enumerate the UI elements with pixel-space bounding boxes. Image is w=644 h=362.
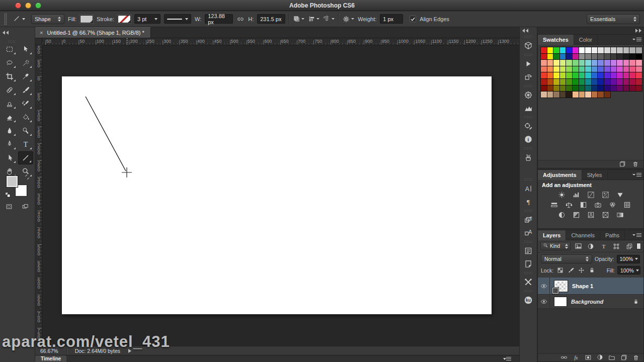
- color-swatch[interactable]: [547, 79, 553, 85]
- color-swatch[interactable]: [573, 66, 579, 72]
- new-layer-button[interactable]: [620, 354, 627, 362]
- navigator-icon[interactable]: [520, 88, 537, 102]
- panel-grip[interactable]: [524, 290, 533, 293]
- filter-adjustment-icon[interactable]: [586, 242, 596, 250]
- color-swatch[interactable]: [553, 72, 559, 78]
- character-icon[interactable]: A: [520, 182, 537, 195]
- adjustment-curves-icon[interactable]: [585, 190, 597, 199]
- color-swatch[interactable]: [553, 54, 559, 60]
- color-swatch[interactable]: [566, 54, 572, 60]
- color-swatch[interactable]: [566, 47, 572, 53]
- layers-tab-paths[interactable]: Paths: [600, 230, 625, 240]
- color-swatch[interactable]: [560, 85, 566, 92]
- panel-grip[interactable]: [524, 116, 533, 119]
- color-swatch[interactable]: [560, 66, 566, 72]
- swatches-tab-color[interactable]: Color: [574, 35, 598, 45]
- color-swatch[interactable]: [598, 60, 604, 66]
- color-swatch[interactable]: [566, 79, 572, 85]
- color-swatch[interactable]: [579, 66, 585, 72]
- layer-comps-icon[interactable]: [520, 244, 537, 257]
- color-swatch[interactable]: [636, 66, 642, 72]
- collapse-panels-button[interactable]: [537, 27, 644, 34]
- link-layers-button[interactable]: [560, 354, 568, 362]
- tool-preset-picker[interactable]: [11, 14, 28, 24]
- eyedropper-tool[interactable]: [18, 70, 33, 83]
- expand-panels-button[interactable]: [520, 27, 537, 34]
- adjustment-levels-icon[interactable]: [570, 190, 582, 199]
- lasso-tool[interactable]: [2, 56, 17, 69]
- clone-source-icon[interactable]: ¶: [520, 213, 537, 226]
- tool-mode-select[interactable]: Shape: [31, 14, 64, 24]
- vertical-ruler[interactable]: 1005005010015020025030035040045050055060…: [35, 45, 42, 346]
- workspace-select[interactable]: Essentials: [587, 14, 640, 24]
- crop-tool[interactable]: [2, 70, 17, 83]
- kuler-icon[interactable]: ku: [520, 294, 537, 307]
- tool-presets-icon[interactable]: [520, 276, 537, 289]
- color-swatch[interactable]: [623, 54, 629, 60]
- color-swatch[interactable]: [585, 79, 591, 85]
- color-swatch[interactable]: [604, 54, 610, 60]
- color-swatch[interactable]: [617, 72, 623, 78]
- layers-tab-layers[interactable]: Layers: [538, 230, 566, 240]
- color-swatch[interactable]: [611, 85, 617, 92]
- color-swatch[interactable]: [636, 79, 642, 85]
- panel-grip[interactable]: [524, 178, 533, 181]
- layer-filter-kind-select[interactable]: Kind: [540, 242, 571, 250]
- color-swatch[interactable]: [566, 66, 572, 72]
- color-swatch[interactable]: [598, 47, 604, 53]
- new-adjustment-layer-button[interactable]: [597, 354, 603, 361]
- color-swatch[interactable]: [617, 79, 623, 85]
- panel-grip[interactable]: [524, 35, 533, 38]
- paragraph-icon[interactable]: ¶: [520, 195, 537, 208]
- clone-stamp-tool[interactable]: [2, 97, 17, 110]
- color-swatch[interactable]: [623, 47, 629, 53]
- color-swatch[interactable]: [598, 92, 604, 98]
- color-swatch[interactable]: [629, 79, 635, 85]
- lock-all-icon[interactable]: [588, 266, 596, 275]
- shape-height-field[interactable]: 231.5 px: [257, 14, 285, 24]
- color-swatch[interactable]: [553, 85, 559, 92]
- panel-grip[interactable]: [524, 272, 533, 275]
- color-swatch[interactable]: [604, 79, 610, 85]
- path-selection-tool[interactable]: [2, 151, 17, 164]
- brush-presets-icon[interactable]: [520, 151, 537, 164]
- lock-transparency-icon[interactable]: [556, 266, 564, 275]
- color-swatch[interactable]: [579, 47, 585, 53]
- options-bar-grip[interactable]: [4, 13, 7, 25]
- color-swatch[interactable]: [547, 72, 553, 78]
- filter-smart-object-icon[interactable]: [624, 242, 634, 250]
- color-swatch[interactable]: [573, 85, 579, 92]
- type-tool[interactable]: T: [18, 138, 33, 151]
- color-swatch[interactable]: [585, 72, 591, 78]
- color-swatch[interactable]: [579, 79, 585, 85]
- color-swatch[interactable]: [553, 47, 559, 53]
- adjustments-tab-adjustments[interactable]: Adjustments: [538, 170, 582, 180]
- color-swatch[interactable]: [617, 66, 623, 72]
- adjustment-threshold-icon[interactable]: [585, 210, 597, 219]
- color-swatch[interactable]: [629, 47, 635, 53]
- color-swatch[interactable]: [585, 92, 591, 98]
- color-swatch[interactable]: [636, 54, 642, 60]
- color-swatch[interactable]: [585, 66, 591, 72]
- color-swatch[interactable]: [547, 92, 553, 98]
- path-arrangement-button[interactable]: [323, 15, 335, 23]
- color-swatch[interactable]: [547, 54, 553, 60]
- layers-tab-channels[interactable]: Channels: [566, 230, 600, 240]
- color-swatch[interactable]: [547, 47, 553, 53]
- color-swatch[interactable]: [629, 66, 635, 72]
- color-swatch[interactable]: [579, 72, 585, 78]
- color-swatch[interactable]: [598, 54, 604, 60]
- adjustment-exposure-icon[interactable]: [599, 190, 611, 199]
- adjustment-channelmixer-icon[interactable]: [607, 200, 619, 209]
- document-canvas[interactable]: [62, 76, 492, 314]
- color-swatch[interactable]: [598, 72, 604, 78]
- color-swatch[interactable]: [623, 66, 629, 72]
- 3d-icon[interactable]: [520, 39, 537, 52]
- glyphs-icon[interactable]: A: [520, 226, 537, 239]
- color-swatch[interactable]: [611, 66, 617, 72]
- layer-thumbnail[interactable]: [554, 297, 567, 306]
- color-swatch[interactable]: [560, 92, 566, 98]
- color-swatch[interactable]: [541, 79, 547, 85]
- delete-layer-button[interactable]: [632, 354, 639, 362]
- healing-brush-tool[interactable]: [2, 83, 17, 97]
